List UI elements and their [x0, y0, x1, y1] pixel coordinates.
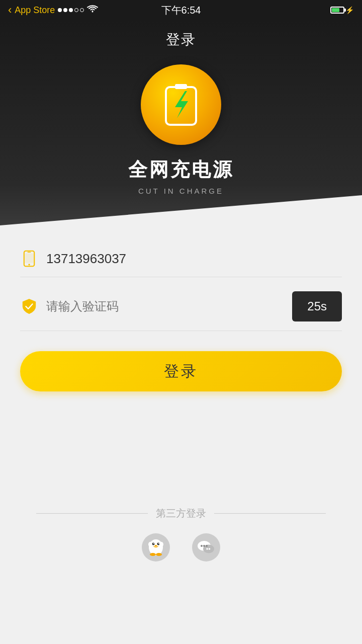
svg-point-27 — [209, 548, 211, 550]
signal-dot-4 — [74, 8, 78, 12]
app-name-chinese: 全网充电源 — [128, 157, 234, 183]
charging-bolt-icon: ⚡ — [345, 6, 354, 14]
signal-indicator — [58, 8, 84, 12]
battery-fill — [332, 8, 339, 12]
svg-point-13 — [153, 543, 154, 544]
svg-point-15 — [155, 545, 157, 546]
bottom-section: 第三方登录 — [0, 412, 362, 593]
svg-point-24 — [203, 545, 205, 547]
svg-rect-7 — [25, 254, 34, 263]
third-party-label: 第三方登录 — [156, 507, 206, 520]
verification-code-input[interactable] — [46, 299, 292, 313]
page-title: 登录 — [166, 30, 196, 49]
divider-left — [36, 513, 148, 514]
svg-point-25 — [206, 545, 208, 547]
countdown-button[interactable]: 25s — [292, 291, 342, 321]
svg-point-18 — [150, 553, 156, 556]
wifi-icon — [87, 5, 98, 16]
hero-section: 登录 全网充电源 CUT IN CHARGE — [0, 20, 362, 225]
svg-point-17 — [159, 542, 163, 547]
qq-icon — [142, 533, 170, 561]
svg-point-12 — [157, 543, 160, 545]
qq-login-button[interactable] — [141, 532, 171, 562]
social-login-icons — [141, 532, 221, 562]
wechat-icon — [192, 533, 220, 561]
app-store-label[interactable]: App Store — [15, 5, 55, 16]
signal-dot-3 — [69, 8, 73, 12]
status-left: ‹ App Store — [8, 4, 98, 17]
app-icon — [141, 64, 221, 145]
phone-number-display[interactable]: 13713963037 — [46, 251, 342, 267]
signal-dot-5 — [80, 8, 84, 12]
svg-point-23 — [201, 545, 203, 547]
back-arrow-icon[interactable]: ‹ — [8, 4, 12, 17]
login-button[interactable]: 登录 — [20, 351, 342, 391]
status-bar: ‹ App Store 下午6:54 ⚡ — [0, 0, 362, 20]
svg-point-11 — [152, 543, 155, 545]
battery-icon — [330, 7, 344, 14]
shield-check-icon — [21, 298, 37, 315]
svg-rect-2 — [175, 84, 187, 89]
divider-right — [214, 513, 326, 514]
status-right: ⚡ — [330, 6, 354, 14]
shield-icon — [20, 297, 38, 315]
battery-logo-icon — [161, 82, 201, 127]
verification-input-row: 25s — [20, 282, 342, 331]
third-party-divider: 第三方登录 — [36, 507, 326, 520]
svg-rect-5 — [28, 252, 31, 253]
wechat-login-button[interactable] — [191, 532, 221, 562]
form-section: 13713963037 25s 登录 — [0, 225, 362, 412]
phone-icon — [20, 250, 38, 268]
battery-indicator: ⚡ — [330, 6, 354, 14]
app-name-english: CUT IN CHARGE — [138, 187, 224, 195]
svg-point-14 — [158, 543, 159, 544]
signal-dot-1 — [58, 8, 62, 12]
svg-point-19 — [156, 553, 162, 556]
svg-point-26 — [206, 548, 208, 550]
clock: 下午6:54 — [161, 4, 201, 17]
phone-device-icon — [22, 250, 36, 267]
svg-marker-3 — [175, 91, 188, 118]
svg-point-16 — [148, 542, 152, 547]
svg-point-6 — [28, 264, 30, 265]
phone-input-row: 13713963037 — [20, 240, 342, 277]
signal-dot-2 — [63, 8, 67, 12]
svg-point-0 — [92, 11, 94, 12]
